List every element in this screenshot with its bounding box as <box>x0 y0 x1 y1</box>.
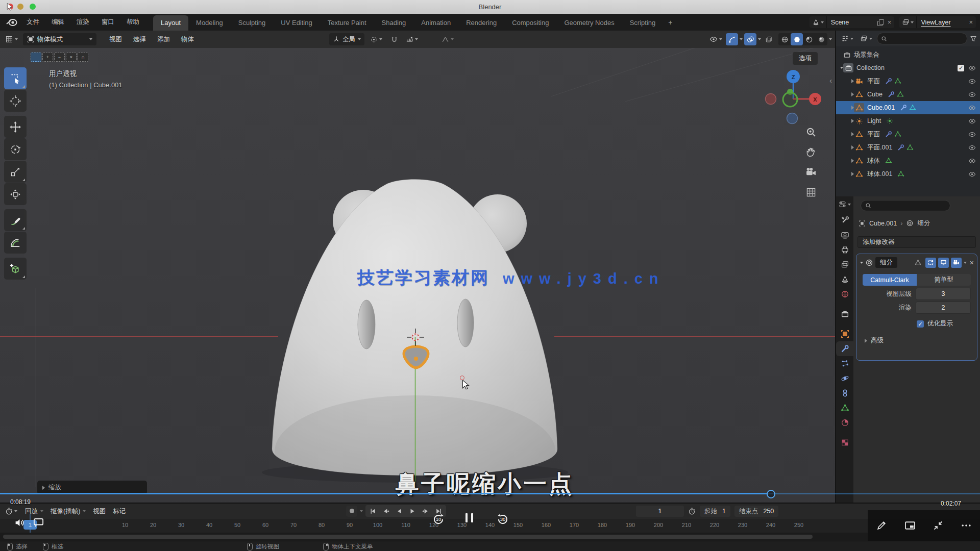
video-progress-played[interactable] <box>0 493 767 494</box>
transform-orientation-selector[interactable]: 全局 <box>329 33 364 45</box>
breadcrumb-modifier[interactable]: 细分 <box>917 219 930 228</box>
redo-panel[interactable]: 缩放 <box>37 481 147 494</box>
outliner-row-1[interactable]: Cube <box>836 88 980 101</box>
filter-icon[interactable] <box>970 35 977 42</box>
play-reverse-button[interactable] <box>393 506 406 516</box>
workspace-tab-modeling[interactable]: Modeling <box>188 15 231 31</box>
add-modifier-button[interactable]: 添加修改器 <box>857 236 976 248</box>
measure-tool-icon[interactable] <box>4 232 27 254</box>
scene-icon[interactable] <box>810 16 827 28</box>
outliner-row-7[interactable]: 球体.001 <box>836 167 980 181</box>
transform-tool-icon[interactable] <box>4 183 27 205</box>
annotate-video-icon[interactable] <box>876 520 887 531</box>
timeline-menu-0[interactable]: 回放 <box>21 505 47 518</box>
timeline-scrollbar[interactable] <box>0 533 980 541</box>
properties-tab-world[interactable] <box>836 287 853 302</box>
move-tool-icon[interactable] <box>4 116 27 138</box>
viewlayer-selector[interactable]: ViewLayer × <box>899 16 976 28</box>
mode-selector[interactable]: 物体模式 <box>23 33 96 45</box>
select-mode-extend-icon[interactable]: + <box>42 53 53 62</box>
properties-tab-output[interactable] <box>836 242 853 257</box>
properties-tab-render[interactable] <box>836 228 853 242</box>
field-value[interactable]: 3 <box>916 288 971 300</box>
shading-rendered[interactable] <box>815 33 827 45</box>
modifier-realtime-toggle[interactable] <box>938 258 949 268</box>
zoom-window-button[interactable] <box>30 4 36 10</box>
visibility-eye-icon[interactable] <box>968 157 976 165</box>
outliner-row-5[interactable]: 平面.001 <box>836 141 980 154</box>
viewport-3d[interactable]: +−×∩ 用户透视 (1) Collection | Cube.001 选项 ‹… <box>0 48 835 503</box>
collection-checkbox[interactable]: ✓ <box>958 65 964 71</box>
select-box-tool-icon[interactable] <box>4 67 27 89</box>
picture-in-picture-icon[interactable] <box>904 519 916 532</box>
properties-tab-scene[interactable] <box>836 272 853 287</box>
workspace-tab-animation[interactable]: Animation <box>413 15 458 31</box>
zoom-view-icon[interactable] <box>805 127 817 138</box>
shading-material-preview[interactable] <box>803 33 815 45</box>
subdivision-type-simple[interactable]: 简单型 <box>917 274 971 286</box>
modifier-extras-icon[interactable] <box>964 262 967 264</box>
visibility-eye-icon[interactable] <box>968 78 976 85</box>
rotate-tool-icon[interactable] <box>4 138 27 160</box>
advanced-section[interactable]: 高级 <box>865 336 977 345</box>
current-frame-field[interactable]: 1 <box>636 506 684 517</box>
select-mode-intersect-icon[interactable]: ∩ <box>78 53 88 62</box>
proportional-editing-toggle[interactable] <box>424 33 436 45</box>
annotate-tool-icon[interactable] <box>4 209 27 231</box>
pause-button[interactable] <box>465 513 473 522</box>
shading-wireframe[interactable] <box>778 33 791 45</box>
snap-toggle[interactable] <box>388 33 400 45</box>
visibility-eye-icon[interactable] <box>968 117 976 125</box>
modifier-render-toggle[interactable] <box>951 258 962 268</box>
subdivision-type-catmull-clark[interactable]: Catmull-Clark <box>863 274 917 286</box>
topbar-menu-4[interactable]: 帮助 <box>121 16 144 29</box>
outliner-row-2[interactable]: Cube.001 <box>836 101 980 114</box>
new-scene-icon[interactable] <box>877 19 883 25</box>
viewport-menu-0[interactable]: 视图 <box>105 33 127 46</box>
options-button[interactable]: 选项 <box>793 52 818 65</box>
modifier-close-icon[interactable]: × <box>970 259 974 267</box>
video-progress-knob[interactable] <box>767 490 775 498</box>
pivot-point-selector[interactable] <box>368 34 384 45</box>
more-options-icon[interactable] <box>961 520 972 531</box>
collapse-modifier-icon[interactable] <box>860 262 863 264</box>
workspace-tab-layout[interactable]: Layout <box>153 15 188 31</box>
exit-fullscreen-icon[interactable] <box>933 520 944 531</box>
xray-toggle[interactable] <box>763 33 775 45</box>
scale-tool-icon[interactable] <box>4 161 27 183</box>
skip-forward-30-button[interactable]: 30 <box>496 513 509 526</box>
select-mode-subtract-icon[interactable]: − <box>54 53 65 62</box>
timeline-editor-type-button[interactable] <box>3 506 19 517</box>
checkbox-icon[interactable]: ✓ <box>917 320 924 328</box>
viewport-menu-3[interactable]: 物体 <box>177 33 199 46</box>
viewport-menu-2[interactable]: 添加 <box>153 33 175 46</box>
unlink-scene-icon[interactable]: × <box>885 18 895 26</box>
timeline-menu-2[interactable]: 视图 <box>89 505 109 518</box>
scene-name[interactable]: Scene <box>827 19 876 26</box>
snap-settings[interactable] <box>404 34 420 45</box>
outliner-row-6[interactable]: 球体 <box>836 154 980 167</box>
camera-view-icon[interactable] <box>805 166 817 178</box>
shading-solid[interactable] <box>791 33 803 45</box>
outliner-search-input[interactable] <box>877 33 967 44</box>
workspace-tab-rendering[interactable]: Rendering <box>458 15 504 31</box>
remove-viewlayer-icon[interactable]: × <box>966 18 976 26</box>
visibility-eye-icon[interactable] <box>968 144 976 152</box>
jump-to-start-button[interactable] <box>366 506 379 516</box>
modifier-name-field[interactable]: 细分 <box>875 257 897 268</box>
use-preview-range-icon[interactable] <box>688 508 696 515</box>
workspace-tab-scripting[interactable]: Scripting <box>622 15 664 31</box>
viewport-menu-1[interactable]: 选择 <box>129 33 151 46</box>
topbar-menu-3[interactable]: 窗口 <box>96 16 119 29</box>
show-object-types[interactable] <box>707 34 724 45</box>
properties-tab-particles[interactable] <box>836 356 853 371</box>
outliner-display-mode-button[interactable] <box>858 33 874 44</box>
field-value[interactable]: 2 <box>916 302 971 314</box>
scene-selector[interactable]: Scene × <box>810 16 895 28</box>
outliner-row-collection[interactable]: Collection✓ <box>836 61 980 74</box>
auto-keyframe-button[interactable] <box>346 506 357 517</box>
workspace-tab-texture-paint[interactable]: Texture Paint <box>320 15 374 31</box>
navigation-gizmo[interactable]: Z X <box>763 68 824 130</box>
minimize-window-button[interactable] <box>17 4 23 10</box>
sidebar-collapse-icon[interactable]: ‹ <box>829 77 832 85</box>
